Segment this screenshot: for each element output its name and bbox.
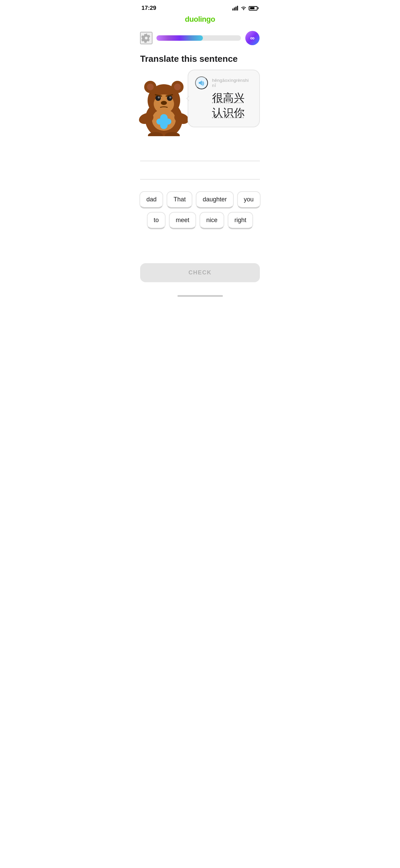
word-chip-dad[interactable]: dad: [139, 191, 163, 209]
status-bar: 17:29: [133, 0, 267, 14]
word-chip-nice[interactable]: nice: [199, 212, 224, 229]
app-header: duolingo: [133, 14, 267, 28]
svg-point-10: [174, 84, 181, 90]
progress-bar: [156, 35, 241, 41]
svg-rect-23: [160, 114, 168, 129]
status-icons: [232, 6, 259, 11]
speaker-icon: [198, 80, 205, 86]
svg-rect-2: [235, 7, 236, 11]
controls-row: ∞: [133, 28, 267, 48]
word-chip-meet[interactable]: meet: [169, 212, 196, 229]
word-bank: dad That daughter you to meet nice right: [133, 181, 267, 236]
check-button[interactable]: CHECK: [140, 263, 260, 282]
page-title: Translate this sentence: [133, 48, 267, 68]
wifi-icon: [241, 6, 247, 11]
svg-point-15: [169, 96, 171, 98]
chinese-characters: 很高兴认识你: [212, 91, 252, 121]
home-bar: [177, 295, 223, 297]
word-chip-right[interactable]: right: [228, 212, 253, 229]
duo-logo: duolingo: [185, 15, 215, 23]
word-chip-you[interactable]: you: [237, 191, 261, 209]
speech-bubble: hěngāoxìngrènshi nǐ 很高兴认识你: [188, 70, 260, 127]
bear-mascot: [137, 68, 191, 138]
lives-button[interactable]: ∞: [245, 31, 260, 46]
home-indicator: [133, 292, 267, 301]
svg-rect-3: [237, 6, 238, 11]
answer-area: [133, 138, 267, 180]
check-button-area: CHECK: [133, 256, 267, 292]
gear-icon: [141, 33, 151, 43]
signal-icon: [232, 6, 239, 11]
word-chip-to[interactable]: to: [147, 212, 166, 229]
pinyin-text: hěngāoxìngrènshi nǐ: [212, 78, 252, 88]
svg-rect-1: [234, 7, 235, 11]
audio-button[interactable]: [195, 76, 208, 89]
bear-svg: [137, 68, 191, 136]
progress-bar-fill: [156, 35, 203, 41]
heart-circle: ∞: [245, 31, 260, 45]
svg-point-14: [158, 96, 160, 98]
battery-icon: [249, 6, 259, 11]
svg-rect-0: [232, 8, 233, 11]
status-time: 17:29: [141, 5, 156, 12]
bubble-top: hěngāoxìngrènshi nǐ: [195, 76, 252, 89]
answer-line-1: [140, 144, 260, 161]
answer-line-2: [140, 163, 260, 180]
infinity-icon: ∞: [250, 35, 255, 42]
settings-button[interactable]: [140, 32, 152, 44]
word-chip-daughter[interactable]: daughter: [196, 191, 233, 209]
svg-point-4: [243, 9, 244, 10]
svg-point-18: [161, 101, 167, 105]
character-area: hěngāoxìngrènshi nǐ 很高兴认识你: [133, 68, 267, 138]
word-chip-that[interactable]: That: [167, 191, 192, 209]
svg-point-8: [147, 84, 154, 90]
